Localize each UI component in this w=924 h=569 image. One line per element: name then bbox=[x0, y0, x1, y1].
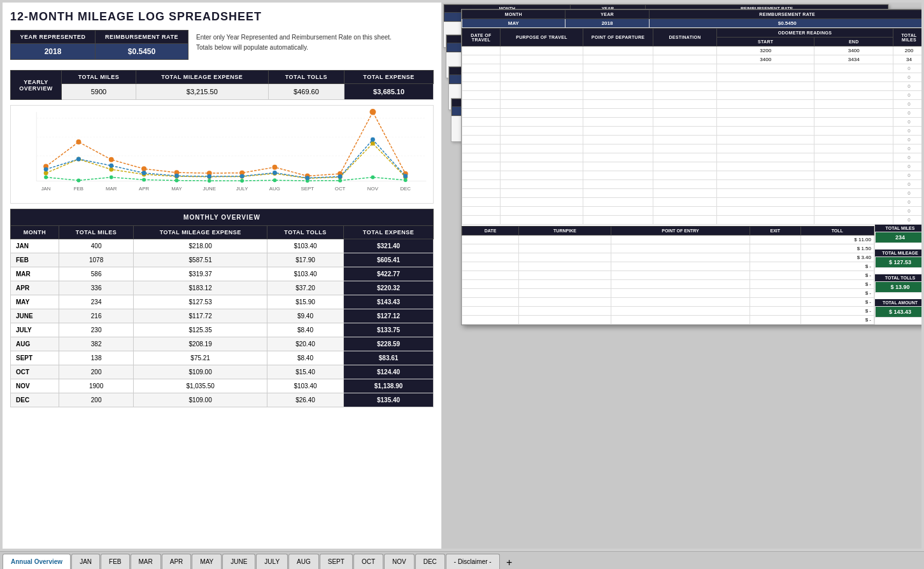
june-tolls: $9.40 bbox=[267, 309, 343, 323]
table-row: 0 bbox=[462, 180, 922, 189]
may-mileage: $127.53 bbox=[134, 295, 267, 309]
tab-disclaimer[interactable]: - Disclaimer - bbox=[446, 554, 500, 569]
mar-miles: 586 bbox=[59, 267, 134, 281]
left-panel: 12-MONTH MILEAGE LOG SPREADSHEET YEAR RE… bbox=[3, 3, 442, 549]
july-mileage: $125.35 bbox=[134, 323, 267, 337]
tab-dec[interactable]: DEC bbox=[415, 554, 445, 569]
table-row: AUG 382 $208.19 $20.40 $228.59 bbox=[11, 337, 434, 351]
row1-start: 3200 bbox=[717, 46, 814, 55]
yearly-total-tolls: $469.60 bbox=[268, 84, 344, 100]
tab-may[interactable]: MAY bbox=[192, 554, 222, 569]
add-tab-button[interactable]: + bbox=[503, 556, 516, 569]
total-tolls-header: TOTAL TOLLS bbox=[268, 71, 344, 84]
purpose-of-travel-header: PURPOSE OF TRAVEL bbox=[501, 29, 583, 46]
apr-tolls: $37.20 bbox=[267, 281, 343, 295]
date-of-travel-header: DATE OF TRAVEL bbox=[462, 29, 501, 46]
tab-july[interactable]: JULY bbox=[256, 554, 288, 569]
row1-purpose bbox=[501, 46, 583, 55]
feb-miles: 1078 bbox=[59, 253, 134, 267]
main-content: 12-MONTH MILEAGE LOG SPREADSHEET YEAR RE… bbox=[3, 3, 921, 549]
month-aug: AUG bbox=[11, 337, 59, 351]
svg-text:JULY: JULY bbox=[236, 186, 248, 192]
svg-point-19 bbox=[109, 157, 114, 162]
svg-point-60 bbox=[273, 171, 277, 175]
svg-point-47 bbox=[240, 179, 244, 183]
mar-tolls: $103.40 bbox=[267, 267, 343, 281]
table-row: SEPT 138 $75.21 $8.40 $83.61 bbox=[11, 351, 434, 365]
table-row: OCT 200 $109.00 $15.40 $124.40 bbox=[11, 365, 434, 379]
aug-mileage: $208.19 bbox=[134, 337, 267, 351]
may-rate-label: REIMBURSEMENT RATE bbox=[650, 10, 921, 19]
tab-june[interactable]: JUNE bbox=[222, 554, 255, 569]
svg-point-42 bbox=[76, 179, 80, 183]
svg-point-54 bbox=[76, 157, 81, 161]
tab-annual-overview[interactable]: Annual Overview bbox=[3, 554, 71, 569]
jan-tolls: $103.40 bbox=[267, 239, 343, 253]
total-miles-header: TOTAL MILES bbox=[62, 71, 136, 84]
svg-text:NOV: NOV bbox=[367, 186, 379, 192]
month-dec: DEC bbox=[11, 393, 59, 407]
row2-miles: 34 bbox=[893, 55, 922, 64]
sept-expense: $83.61 bbox=[344, 351, 434, 365]
table-row: 0 bbox=[462, 100, 922, 109]
total-miles-col-header: TOTAL MILES bbox=[59, 226, 134, 239]
svg-point-59 bbox=[240, 174, 245, 178]
feb-expense: $605.41 bbox=[344, 253, 434, 267]
sept-mileage: $75.21 bbox=[134, 351, 267, 365]
month-jan: JAN bbox=[11, 239, 59, 253]
may-sheet: MONTH YEAR REIMBURSEMENT RATE MAY 2018 $… bbox=[461, 9, 921, 325]
tab-oct[interactable]: OCT bbox=[353, 554, 383, 569]
svg-point-45 bbox=[174, 179, 178, 183]
row1-miles: 200 bbox=[893, 46, 922, 55]
month-mar: MAR bbox=[11, 267, 59, 281]
tab-nov[interactable]: NOV bbox=[384, 554, 415, 569]
july-expense: $133.75 bbox=[344, 323, 434, 337]
table-row: JAN 400 $218.00 $103.40 $321.40 bbox=[11, 239, 434, 253]
toll-row: $ 11.00 bbox=[462, 235, 874, 244]
table-row: 0 bbox=[462, 207, 922, 216]
month-oct: OCT bbox=[11, 365, 59, 379]
may-rate-value: $0.5450 bbox=[650, 19, 921, 28]
mar-mileage: $319.37 bbox=[134, 267, 267, 281]
month-apr: APR bbox=[11, 281, 59, 295]
tab-feb[interactable]: FEB bbox=[101, 554, 129, 569]
table-row: 0 bbox=[462, 171, 922, 180]
svg-point-58 bbox=[207, 174, 211, 179]
yearly-total-mileage: $3,215.50 bbox=[136, 84, 268, 100]
turnpike-col: TURNPIKE bbox=[519, 227, 611, 235]
odometer-end-header: END bbox=[814, 38, 893, 46]
tab-apr[interactable]: APR bbox=[162, 554, 192, 569]
table-row: 0 bbox=[462, 82, 922, 91]
total-miles-summary-value: 234 bbox=[875, 232, 921, 243]
row1-destination bbox=[653, 46, 717, 55]
toll-row: $ 1.50 bbox=[462, 244, 874, 253]
reimbursement-value: $0.5450 bbox=[95, 44, 188, 60]
tab-aug[interactable]: AUG bbox=[288, 554, 319, 569]
dec-miles: 200 bbox=[59, 393, 134, 407]
exit-col: EXIT bbox=[750, 227, 800, 235]
svg-text:AUG: AUG bbox=[269, 186, 280, 192]
table-row: 3200 3400 200 bbox=[462, 46, 922, 55]
table-row: APR 336 $183.12 $37.20 $220.32 bbox=[11, 281, 434, 295]
total-expense-header: TOTAL EXPENSE bbox=[345, 71, 434, 84]
point-of-entry-col: POINT OF ENTRY bbox=[611, 227, 750, 235]
toll-row: $ 3.40 bbox=[462, 253, 874, 262]
july-tolls: $8.40 bbox=[267, 323, 343, 337]
yearly-total-expense: $3,685.10 bbox=[345, 84, 434, 100]
monthly-overview-table: MONTHLY OVERVIEW MONTH TOTAL MILES TOTAL… bbox=[10, 209, 434, 407]
tab-jan[interactable]: JAN bbox=[71, 554, 100, 569]
table-row: 0 bbox=[462, 136, 922, 144]
svg-point-27 bbox=[369, 109, 376, 115]
total-expense-col-header: TOTAL EXPENSE bbox=[344, 226, 434, 239]
tab-mar[interactable]: MAR bbox=[131, 554, 161, 569]
header-section: YEAR REPRESENTED REIMBURSEMENT RATE 2018… bbox=[10, 30, 434, 65]
total-mileage-expense-col-header: TOTAL MILEAGE EXPENSE bbox=[134, 226, 267, 239]
may-travel-table: DATE OF TRAVEL PURPOSE OF TRAVEL POINT O… bbox=[462, 28, 921, 225]
tab-sept[interactable]: SEPT bbox=[320, 554, 353, 569]
oct-miles: 200 bbox=[59, 365, 134, 379]
monthly-overview-title: MONTHLY OVERVIEW bbox=[11, 209, 434, 226]
svg-point-48 bbox=[273, 178, 276, 182]
tab-bar: Annual Overview JAN FEB MAR APR MAY JUNE… bbox=[0, 551, 924, 569]
row2-destination bbox=[653, 55, 717, 64]
feb-mileage: $587.51 bbox=[134, 253, 267, 267]
